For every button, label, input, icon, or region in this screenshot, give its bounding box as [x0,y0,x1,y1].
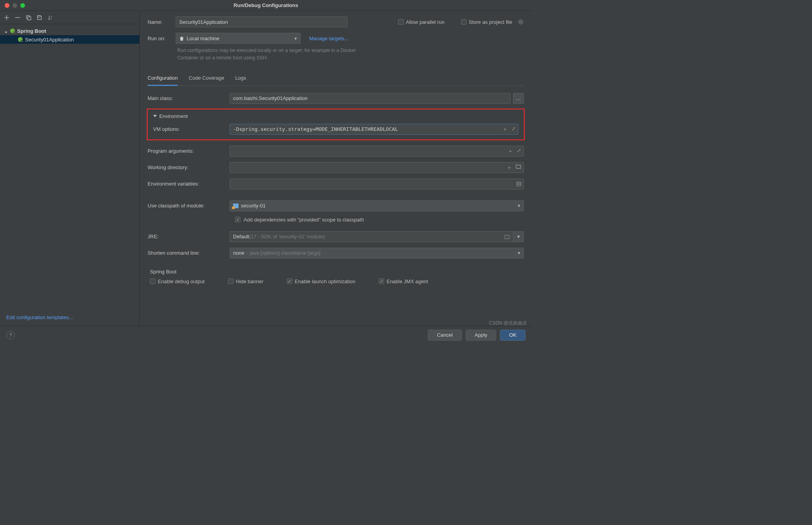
working-dir-label: Working directory: [148,164,230,170]
checkbox-icon [287,279,292,284]
svg-point-11 [520,21,522,23]
add-icon[interactable]: ＋ [508,148,513,155]
ok-button[interactable]: OK [500,330,525,341]
jre-label: JRE: [148,234,230,239]
chevron-down-icon: ▾ [294,36,297,41]
hide-banner-checkbox[interactable]: Hide banner [228,279,264,284]
manage-targets-link[interactable]: Manage targets... [309,36,349,41]
tab-code-coverage[interactable]: Code Coverage [189,73,224,86]
add-icon[interactable]: ＋ [502,126,508,133]
tab-logs[interactable]: Logs [235,73,246,86]
svg-text:z: z [51,18,52,20]
runon-label: Run on: [148,36,172,41]
checkbox-icon [379,279,384,284]
main-class-label: Main class: [148,95,230,101]
tab-configuration[interactable]: Configuration [148,73,178,86]
spring-boot-title: Spring Boot [150,269,176,275]
expand-icon[interactable]: ⤢ [511,126,516,133]
jre-dropdown-button[interactable]: ▾ [513,231,524,242]
minimize-window-icon[interactable] [12,3,17,8]
folder-icon[interactable] [504,234,510,239]
runon-hint: Run configurations may be executed local… [177,47,372,62]
dialog-footer: ? Cancel Apply OK [0,326,532,344]
tree-group-label: Spring Boot [17,28,46,34]
apply-button[interactable]: Apply [466,330,497,341]
environment-section: Environment VM options: -Dspring.securit… [147,109,525,140]
tabs: Configuration Code Coverage Logs [148,73,524,86]
env-vars-label: Environment variables: [148,181,230,187]
help-button[interactable]: ? [6,331,15,339]
enable-debug-checkbox[interactable]: Enable debug output [150,279,205,284]
classpath-combo[interactable]: security-01 ▾ [230,200,524,211]
tree-item-security01[interactable]: Security01Application [0,35,139,44]
working-dir-field[interactable]: ＋ [230,162,524,173]
name-field[interactable]: Security01Application [176,16,347,27]
chevron-down-icon: ▾ [518,203,520,209]
checkbox-icon [228,279,233,284]
provided-scope-checkbox[interactable] [235,217,240,222]
name-label: Name: [148,19,172,25]
allow-parallel-checkbox[interactable]: Allow parallel run [398,19,445,25]
shorten-label: Shorten command line: [148,250,230,256]
provided-scope-label: Add dependencies with "provided" scope t… [244,217,364,223]
config-panel: Name: Security01Application Allow parall… [140,11,532,326]
env-vars-field[interactable] [230,179,524,189]
add-icon[interactable] [4,15,9,20]
spring-boot-icon [9,28,16,34]
edit-templates-link[interactable]: Edit configuration templates... [6,314,73,320]
expand-icon[interactable]: ⤢ [517,148,521,155]
add-icon[interactable]: ＋ [507,164,512,171]
environment-title: Environment [159,113,188,119]
tree-group-spring-boot[interactable]: ⌄ Spring Boot [0,27,139,35]
jmx-agent-checkbox[interactable]: Enable JMX agent [379,279,428,284]
close-window-icon[interactable] [5,3,9,8]
chevron-down-icon: ▾ [517,234,520,239]
chevron-down-icon: ▾ [518,250,520,256]
config-tree: ⌄ Spring Boot Security01Application [0,24,139,311]
launch-opt-checkbox[interactable]: Enable launch optimization [287,279,355,284]
program-args-field[interactable]: ＋ ⤢ [230,146,524,157]
chevron-down-icon: ⌄ [4,28,8,34]
module-icon [233,204,239,208]
svg-rect-1 [28,17,31,20]
cancel-button[interactable]: Cancel [428,330,461,341]
main-class-field[interactable]: com.baizhi.Security01Application [230,93,511,104]
spring-boot-icon [17,36,23,43]
classpath-label: Use classpath of module: [148,203,230,209]
vm-options-field[interactable]: -Dspring.security.strategy=MODE_INHERITA… [230,124,518,135]
titlebar: Run/Debug Configurations [0,0,532,11]
vm-options-label: VM options: [153,126,230,132]
chevron-down-icon[interactable] [153,115,157,117]
sort-icon[interactable]: az [48,15,54,20]
runon-combo[interactable]: Local machine ▾ [176,33,301,44]
svg-rect-12 [517,182,521,186]
remove-icon[interactable] [15,15,20,20]
sidebar-toolbar: az [0,11,139,24]
jre-combo[interactable]: Default (17 - SDK of 'security-01' modul… [230,231,524,242]
checkbox-icon [461,19,467,25]
store-project-checkbox[interactable]: Store as project file [461,19,512,25]
list-icon[interactable] [516,182,521,186]
checkbox-icon [150,279,155,284]
gear-icon[interactable] [518,19,524,25]
folder-icon[interactable] [516,164,521,171]
tree-item-label: Security01Application [25,37,74,43]
save-icon[interactable] [37,15,42,20]
checkbox-icon [398,19,404,25]
spring-boot-section: Spring Boot Enable debug output Hide ban… [148,269,524,284]
sidebar: az ⌄ Spring Boot Security01Application E… [0,11,140,326]
home-icon [179,36,184,41]
window-title: Run/Debug Configurations [233,2,298,8]
program-args-label: Program arguments: [148,148,230,154]
zoom-window-icon[interactable] [20,3,25,8]
browse-main-class-button[interactable]: … [513,93,524,104]
window-controls [0,3,25,8]
shorten-combo[interactable]: none - java [options] className [args] ▾ [230,248,524,259]
copy-icon[interactable] [26,15,31,20]
